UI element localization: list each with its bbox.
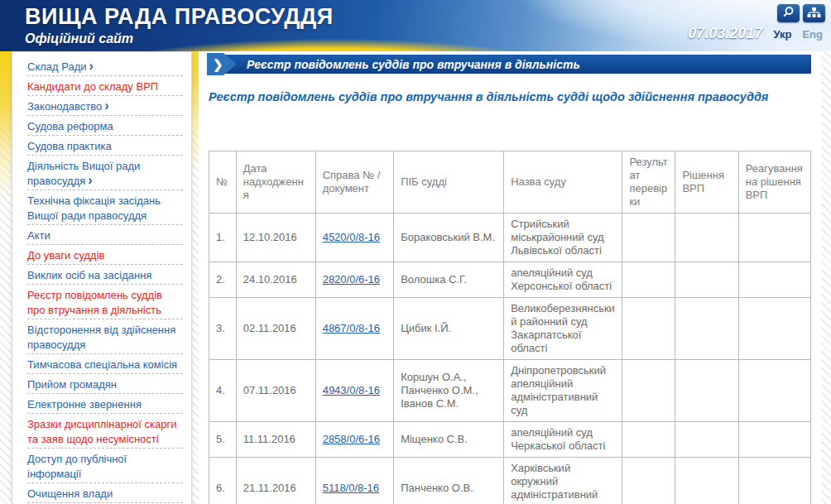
decision-cell	[675, 458, 738, 504]
court-cell: Харківський окружний адміністративний су…	[504, 458, 622, 504]
chevron-right-icon: ›	[88, 173, 92, 187]
sidebar-item[interactable]: Зразки дисциплінарної скарги та заяв щод…	[27, 414, 183, 449]
sidebar-item-label[interactable]: Склад Ради	[27, 60, 87, 73]
sidebar-item[interactable]: Доступ до публічної інформації›	[27, 449, 183, 483]
row-number-cell: 1.	[209, 214, 237, 262]
header-meta: 07.03.2017 Укр Eng	[688, 25, 823, 42]
date-cell: 11.11.2016	[236, 422, 315, 458]
sidebar-item-label[interactable]: До уваги суддів	[27, 249, 104, 262]
sidebar-item-label[interactable]: Доступ до публічної інформації	[27, 453, 127, 480]
sidebar-item-label[interactable]: Прийом громадян	[27, 378, 117, 391]
case-cell: 4943/0/8-16	[315, 360, 394, 422]
case-cell: 4867/0/8-16	[315, 298, 394, 360]
table-row: 5.11.11.20162858/0/6-16Міщенко С.В.апеля…	[209, 422, 811, 458]
site-subtitle: Офіційний сайт	[25, 31, 334, 46]
lang-switch-ukr[interactable]: Укр	[773, 28, 791, 41]
sidebar-item-label[interactable]: Акти	[27, 229, 50, 242]
judge-cell: Цибик І.Й.	[394, 298, 504, 360]
case-link[interactable]: 4867/0/8-16	[323, 322, 380, 334]
table-row: 2.24.10.20162820/0/6-16Волошка С.Г.апеля…	[209, 262, 811, 298]
sidebar-item[interactable]: Реєстр повідомлень суддів про втручання …	[27, 285, 183, 319]
sidebar-item-label[interactable]: Кандидати до складу ВРП	[27, 80, 158, 93]
sidebar-item-label[interactable]: Тимчасова спеціальна комісія	[27, 358, 177, 371]
sidebar-item[interactable]: Прийом громадян›	[27, 374, 183, 394]
table-row: 1.12.10.20164520/0/8-16Бораковський В.М.…	[209, 214, 811, 262]
chevron-right-icon: ›	[104, 98, 108, 113]
sidebar-item-label[interactable]: Зразки дисциплінарної скарги та заяв щод…	[27, 418, 176, 445]
search-button[interactable]	[777, 4, 800, 22]
date-cell: 02.11.2016	[236, 298, 315, 360]
sidebar-item[interactable]: Виклик осіб на засідання›	[27, 265, 183, 285]
reaction-cell	[738, 422, 810, 458]
sidebar-item[interactable]: Акти›	[27, 225, 183, 245]
case-link[interactable]: 2820/0/6-16	[323, 273, 380, 286]
banner-chevron-icon: ❯	[207, 53, 237, 75]
decision-cell	[675, 360, 738, 422]
sitemap-button[interactable]	[803, 4, 825, 22]
result-cell	[622, 214, 675, 262]
result-cell	[622, 262, 675, 298]
reaction-cell	[738, 360, 810, 422]
result-cell	[622, 360, 675, 422]
sidebar-item-label[interactable]: Виклик осіб на засідання	[27, 269, 151, 281]
table-header-row: №Дата надходженняСправа № / документПІБ …	[209, 151, 811, 214]
chevron-right-icon: ›	[89, 59, 94, 73]
case-link[interactable]: 4520/0/8-16	[323, 231, 380, 243]
current-date: 07.03.2017	[688, 25, 762, 42]
sitemap-icon	[807, 7, 821, 21]
row-number-cell: 6.	[209, 458, 237, 504]
court-cell: апеляційний суд Черкаської області	[504, 422, 622, 458]
header-toolbar	[777, 4, 825, 22]
sidebar-item-label[interactable]: Реєстр повідомлень суддів про втручання …	[27, 289, 162, 316]
section-banner-title: Реєстр повідомлень суддів про втручання …	[247, 58, 580, 71]
sidebar-item[interactable]: Тимчасова спеціальна комісія›	[27, 354, 183, 374]
sidebar-item[interactable]: Склад Ради›	[27, 56, 183, 76]
sidebar-item[interactable]: Судова практика›	[27, 136, 183, 156]
reaction-cell	[738, 298, 810, 360]
date-cell: 21.11.2016	[236, 458, 315, 504]
date-cell: 07.11.2016	[236, 360, 315, 422]
sidebar-item-label[interactable]: Технічна фіксація засідань Вищої ради пр…	[27, 194, 161, 222]
court-cell: Стрийський міськрайонний суд Львівської …	[504, 214, 622, 262]
sidebar-item[interactable]: Електронне звернення›	[27, 394, 183, 414]
reaction-cell	[738, 214, 810, 262]
judge-cell: Коршун О.А., Панченко О.М., Іванов С.М.	[394, 360, 504, 422]
sidebar-item[interactable]: Відсторонення від здійснення правосуддя›	[27, 319, 183, 354]
sidebar-item[interactable]: Законодавство›	[27, 96, 183, 116]
case-link[interactable]: 2858/0/6-16	[323, 433, 380, 445]
result-cell	[622, 458, 675, 504]
sidebar-item-label[interactable]: Відсторонення від здійснення правосуддя	[27, 324, 175, 351]
decision-cell	[675, 422, 738, 458]
sidebar-list: Склад Ради› Кандидати до складу ВРП› Зак…	[27, 56, 183, 504]
sidebar-item-label[interactable]: Електронне звернення	[27, 398, 142, 410]
sidebar-item-label[interactable]: Законодавство	[27, 100, 102, 113]
case-link[interactable]: 4943/0/8-16	[323, 384, 380, 396]
result-cell	[622, 422, 675, 458]
sidebar-item-label[interactable]: Очищення влади	[27, 487, 113, 500]
court-cell: Дніпропетровський апеляційний адміністра…	[504, 360, 622, 422]
sidebar-item[interactable]: Кандидати до складу ВРП›	[27, 76, 183, 96]
sidebar-item-label[interactable]: Судова практика	[27, 140, 112, 152]
reaction-cell	[738, 262, 810, 298]
lang-switch-eng[interactable]: Eng	[802, 28, 823, 41]
sidebar-item[interactable]: Діяльність Вищої ради правосуддя›	[27, 156, 183, 190]
sidebar-item[interactable]: Судова реформа›	[27, 116, 183, 136]
sidebar-item[interactable]: Технічна фіксація засідань Вищої ради пр…	[27, 190, 183, 225]
registry-table: №Дата надходженняСправа № / документПІБ …	[209, 151, 811, 504]
column-header: Реагування на рішення ВРП	[738, 151, 810, 214]
main-content: ❯ Реєстр повідомлень суддів про втручанн…	[199, 51, 821, 504]
sidebar-item[interactable]: До уваги суддів›	[27, 245, 183, 265]
judge-cell: Панченко О.В.	[394, 458, 504, 504]
court-cell: апеляційний суд Херсонської області	[504, 262, 622, 298]
table-row: 3.02.11.20164867/0/8-16Цибик І.Й.Великоб…	[209, 298, 811, 360]
row-number-cell: 5.	[209, 422, 237, 458]
sidebar-item-label[interactable]: Судова реформа	[27, 120, 113, 132]
site-title: ВИЩА РАДА ПРАВОСУДДЯ	[25, 4, 334, 30]
sidebar-item-label[interactable]: Діяльність Вищої ради правосуддя	[27, 160, 140, 187]
case-link[interactable]: 5118/0/8-16	[323, 482, 379, 494]
column-header: ПІБ судді	[394, 151, 504, 214]
sidebar-item[interactable]: Очищення влади›	[27, 483, 183, 503]
case-cell: 2820/0/6-16	[315, 262, 394, 298]
judge-cell: Міщенко С.В.	[394, 422, 504, 458]
column-header: Назва суду	[504, 151, 622, 214]
